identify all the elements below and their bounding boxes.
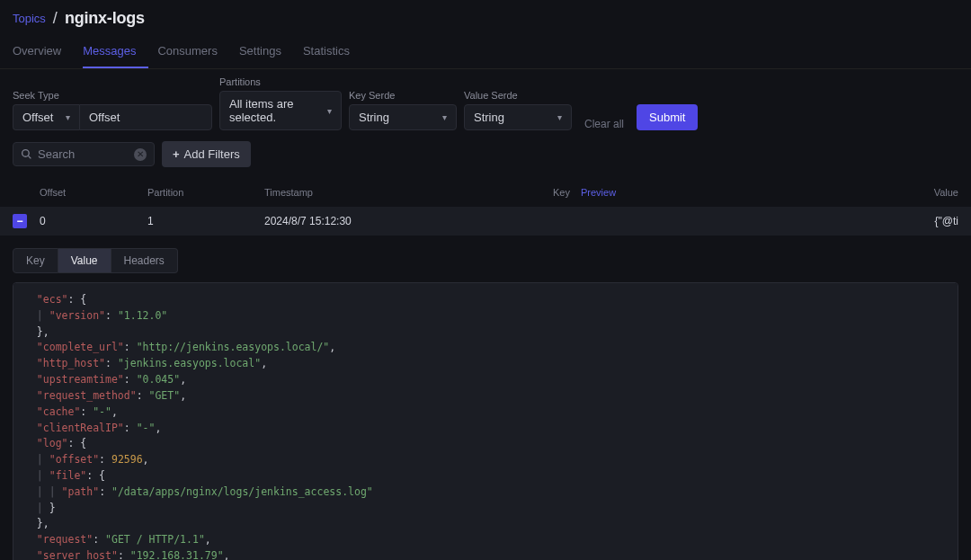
svg-point-0 xyxy=(22,150,30,157)
plus-icon: + xyxy=(173,147,180,161)
col-key: Key xyxy=(498,187,570,198)
partitions-select[interactable]: All items are selected. ▾ xyxy=(219,91,342,130)
chevron-down-icon: ▾ xyxy=(557,112,562,122)
collapse-toggle-icon[interactable]: − xyxy=(13,214,27,228)
chevron-down-icon: ▾ xyxy=(66,112,70,122)
seek-type-label: Seek Type xyxy=(13,90,212,101)
value-serde-label: Value Serde xyxy=(464,90,572,101)
main-tabs: Overview Messages Consumers Settings Sta… xyxy=(0,35,971,69)
preview-link[interactable]: Preview xyxy=(581,187,616,198)
table-row[interactable]: − 0 1 2024/8/7 15:12:30 {"@ti xyxy=(0,207,971,236)
partitions-label: Partitions xyxy=(219,76,342,87)
breadcrumb: Topics / nginx-logs xyxy=(0,0,971,35)
col-timestamp: Timestamp xyxy=(264,187,498,198)
key-serde-select[interactable]: String ▾ xyxy=(349,104,457,130)
search-icon xyxy=(21,148,32,160)
cell-partition: 1 xyxy=(147,215,264,227)
filter-bar: Seek Type Offset ▾ Offset Partitions All… xyxy=(0,69,971,138)
detail-tab-value[interactable]: Value xyxy=(58,248,111,273)
clear-search-icon[interactable]: ✕ xyxy=(134,148,147,161)
tab-consumers[interactable]: Consumers xyxy=(157,35,229,68)
seek-type-select[interactable]: Offset ▾ xyxy=(13,104,79,130)
detail-tabs: Key Value Headers xyxy=(13,248,958,273)
cell-offset: 0 xyxy=(40,215,147,227)
message-table-header: Offset Partition Timestamp Key Preview V… xyxy=(0,178,971,207)
svg-line-1 xyxy=(28,156,31,158)
tab-overview[interactable]: Overview xyxy=(13,35,74,68)
clear-all-link[interactable]: Clear all xyxy=(579,118,629,130)
chevron-down-icon: ▾ xyxy=(327,106,332,116)
search-input-wrapper: ✕ xyxy=(13,142,155,166)
message-detail: Key Value Headers "ecs": { | "version": … xyxy=(0,236,971,560)
col-offset: Offset xyxy=(40,187,147,198)
col-partition: Partition xyxy=(147,187,264,198)
breadcrumb-separator: / xyxy=(53,9,58,28)
submit-button[interactable]: Submit xyxy=(637,104,698,130)
seek-value-input[interactable]: Offset xyxy=(79,104,212,130)
detail-tab-key[interactable]: Key xyxy=(13,248,58,273)
breadcrumb-root[interactable]: Topics xyxy=(13,12,46,25)
col-value: Value xyxy=(904,187,958,198)
tab-messages[interactable]: Messages xyxy=(83,35,148,68)
detail-tab-headers[interactable]: Headers xyxy=(111,248,178,273)
chevron-down-icon: ▾ xyxy=(442,112,447,122)
cell-value: {"@ti xyxy=(904,215,958,227)
cell-timestamp: 2024/8/7 15:12:30 xyxy=(264,215,498,227)
value-serde-select[interactable]: String ▾ xyxy=(464,104,572,130)
search-input[interactable] xyxy=(38,147,129,161)
key-serde-label: Key Serde xyxy=(349,90,457,101)
tab-settings[interactable]: Settings xyxy=(239,35,294,68)
add-filters-button[interactable]: + Add Filters xyxy=(162,141,251,167)
tab-statistics[interactable]: Statistics xyxy=(303,35,362,68)
json-viewer[interactable]: "ecs": { | "version": "1.12.0" }, "compl… xyxy=(13,282,958,560)
page-title: nginx-logs xyxy=(65,9,145,28)
